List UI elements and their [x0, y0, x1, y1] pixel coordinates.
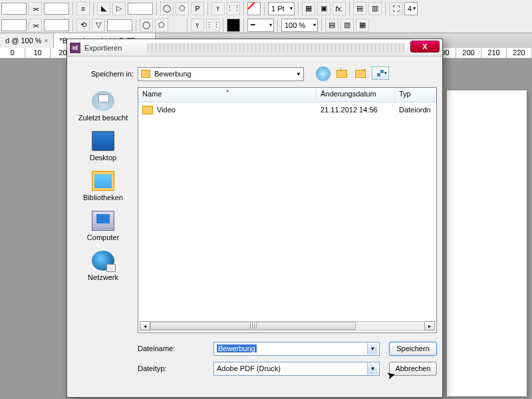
close-icon[interactable]: ×	[45, 37, 49, 45]
wrap3-icon[interactable]: ▤	[325, 19, 338, 32]
field-y[interactable]	[1, 19, 27, 31]
column-type[interactable]: Typ	[395, 88, 436, 102]
wrap4-icon[interactable]: ▥	[340, 19, 354, 32]
scroll-thumb[interactable]	[150, 322, 356, 330]
filename-value: Bewerbung	[217, 344, 257, 352]
link2-icon[interactable]: ⫘	[29, 19, 42, 32]
place-recent[interactable]: Zuletzt besucht	[70, 87, 136, 127]
chevron-down-icon: ▼	[367, 363, 378, 374]
fliph-icon[interactable]: ▽	[92, 19, 105, 32]
shape-polygon-icon[interactable]: ⬠	[176, 2, 189, 15]
distribute-icon[interactable]: ⋮⋮	[227, 2, 240, 15]
place-desktop[interactable]: Desktop	[70, 127, 136, 167]
fill-none-icon[interactable]	[247, 2, 261, 15]
fill-black-icon[interactable]	[227, 19, 240, 32]
stroke-style-dropdown[interactable]: ━	[247, 19, 274, 32]
filetype-combo[interactable]: Adobe PDF (Druck)▼	[213, 362, 380, 376]
desktop-icon	[92, 131, 114, 151]
new-folder-button[interactable]	[353, 66, 368, 81]
ungroup-icon[interactable]: ⫯	[191, 19, 204, 32]
field-h[interactable]	[44, 19, 69, 31]
filetype-label: Dateityp:	[138, 364, 213, 372]
text-wrap2-icon[interactable]: ▥	[368, 2, 382, 15]
chevron-down-icon: ▼	[367, 343, 378, 354]
stroke-weight-dropdown[interactable]: 1 Pt	[268, 2, 295, 15]
place-network[interactable]: Netzwerk	[70, 247, 136, 287]
tab-doc1[interactable]: d @ 100 %×	[0, 33, 54, 48]
recent-icon	[92, 91, 114, 111]
sort-asc-icon: ▴	[226, 87, 229, 93]
save-in-value: Bewerbung	[154, 70, 192, 78]
document-page	[447, 90, 527, 396]
cancel-button[interactable]: Abbrechen	[389, 362, 437, 376]
filename-combo[interactable]: Bewerbung▼	[213, 342, 380, 356]
save-in-combo[interactable]: Bewerbung ▼	[138, 67, 304, 81]
dialog-title: Exportieren	[84, 44, 122, 52]
link-icon[interactable]: ⫘	[29, 2, 42, 15]
text-wrap-icon[interactable]: ▤	[353, 2, 366, 15]
rotate90-icon[interactable]: ⟲	[76, 19, 90, 32]
sides-dropdown[interactable]: 4	[404, 2, 418, 15]
computer-icon	[92, 211, 114, 231]
file-list[interactable]: Name▴ Änderungsdatum Typ Video 21.11.201…	[138, 87, 437, 333]
column-name[interactable]: Name▴	[138, 88, 317, 102]
align-icon[interactable]: ≡	[76, 2, 90, 15]
effects-icon[interactable]: ▦	[302, 2, 315, 15]
chevron-down-icon: ▼	[296, 71, 301, 77]
field-rot[interactable]	[128, 3, 153, 15]
opacity-icon[interactable]: ▣	[317, 2, 331, 15]
save-in-label: Speichern in:	[67, 70, 138, 78]
wrap5-icon[interactable]: ▦	[356, 19, 369, 32]
rotate-icon[interactable]: ◣	[97, 2, 110, 15]
file-date: 21.11.2012 14:56	[317, 106, 395, 114]
flip-icon[interactable]: ▷	[112, 2, 126, 15]
scroll-left-icon[interactable]: ◂	[140, 321, 150, 331]
close-button[interactable]: X	[410, 41, 440, 53]
libraries-icon	[92, 171, 114, 191]
shape-circle2-icon[interactable]: ◯	[140, 19, 153, 32]
shape-letter-icon[interactable]: P	[191, 2, 204, 15]
distribute2-icon[interactable]: ⋮⋮	[206, 19, 219, 32]
save-button[interactable]: Speichern	[389, 342, 437, 356]
folder-icon	[141, 70, 150, 78]
fx-icon[interactable]: fx.	[332, 2, 346, 15]
place-libraries[interactable]: Bibliotheken	[70, 167, 136, 207]
filetype-value: Adobe PDF (Druck)	[217, 364, 281, 372]
field-w[interactable]	[44, 3, 69, 15]
titlebar-decoration	[147, 43, 405, 53]
app-icon: Id	[70, 43, 80, 53]
field-shear[interactable]	[107, 19, 132, 31]
filename-label: Dateiname:	[138, 344, 213, 352]
network-icon	[92, 251, 114, 271]
shape-circle-icon[interactable]: ◯	[160, 2, 174, 15]
places-sidebar: Zuletzt besucht Desktop Bibliotheken Com…	[70, 87, 136, 333]
file-name: Video	[157, 106, 176, 114]
table-row[interactable]: Video 21.11.2012 14:56 Dateiordn	[138, 102, 436, 117]
view-mode-button[interactable]	[372, 66, 389, 80]
folder-icon	[142, 106, 153, 114]
zoom-dropdown[interactable]: 100 %	[281, 19, 318, 32]
horizontal-scrollbar[interactable]: ◂ ▸	[140, 321, 435, 331]
crop-icon[interactable]: ⛶	[389, 2, 402, 15]
nav-up-button[interactable]	[334, 66, 349, 81]
field-x[interactable]	[1, 3, 27, 15]
nav-back-button[interactable]: ←	[316, 66, 331, 81]
app-toolbar: ⫘ ≡ ◣ ▷ ◯ ⬠ P ⫯ ⋮⋮ 1 Pt ▦ ▣ fx. ▤ ▥ ⛶ 4 …	[0, 0, 532, 33]
export-dialog: Id Exportieren X Speichern in: Bewerbung…	[66, 39, 443, 398]
shape-poly2-icon[interactable]: ⬠	[155, 19, 168, 32]
dialog-titlebar[interactable]: Id Exportieren X	[67, 39, 442, 57]
file-type: Dateiordn	[395, 106, 436, 114]
group-icon[interactable]: ⫯	[211, 2, 225, 15]
place-computer[interactable]: Computer	[70, 207, 136, 247]
file-list-header: Name▴ Änderungsdatum Typ	[138, 88, 436, 102]
column-date[interactable]: Änderungsdatum	[317, 88, 395, 102]
scroll-right-icon[interactable]: ▸	[424, 321, 435, 331]
